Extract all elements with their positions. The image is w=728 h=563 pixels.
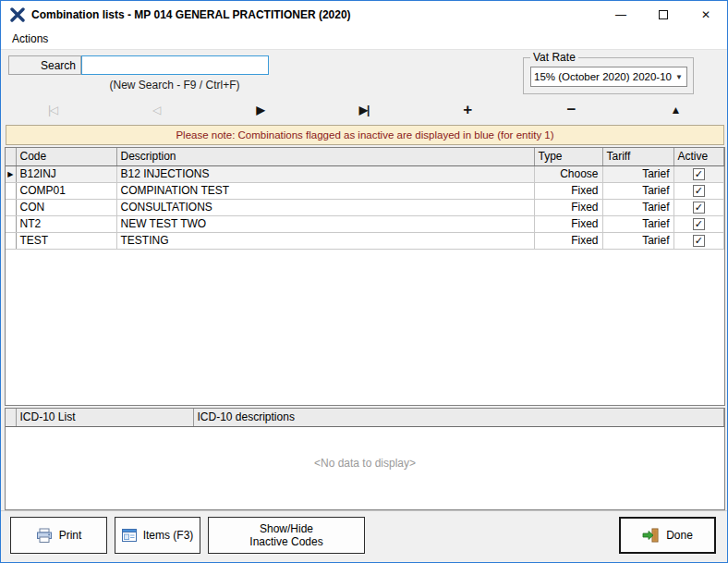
minimize-icon: —: [615, 8, 626, 21]
cell-tariff[interactable]: Tarief: [602, 232, 673, 249]
minimize-button[interactable]: —: [600, 1, 642, 29]
cell-code[interactable]: B12INJ: [16, 165, 116, 182]
nav-prior-button[interactable]: ◁: [104, 97, 208, 123]
nav-first-button[interactable]: |◁: [1, 97, 104, 123]
column-header-icd10-list[interactable]: ICD-10 List: [16, 409, 193, 426]
cell-type[interactable]: Fixed: [534, 232, 602, 249]
cell-active: ✓: [673, 232, 724, 249]
nav-edit-button[interactable]: ▲: [624, 97, 727, 123]
vat-rate-selected-value: 15% (October 2020) 2020-10-: [531, 71, 672, 82]
cell-tariff[interactable]: Tarief: [602, 182, 673, 199]
table-row[interactable]: CON CONSULTATIONS Fixed Tarief ✓: [6, 199, 724, 215]
title-bar: Combination lists - MP 014 GENERAL PRACT…: [1, 1, 727, 29]
active-checkbox[interactable]: ✓: [693, 185, 705, 197]
cell-code[interactable]: NT2: [16, 215, 116, 232]
column-header-code[interactable]: Code: [16, 148, 116, 165]
show-hide-label-line1: Show/Hide: [260, 522, 313, 535]
cell-description[interactable]: B12 INJECTIONS: [116, 165, 534, 182]
column-header-active[interactable]: Active: [673, 148, 724, 165]
cell-active: ✓: [673, 165, 724, 182]
menu-bar: Actions: [1, 29, 727, 50]
items-button-label: Items (F3): [143, 529, 194, 542]
icd10-header-row: ICD-10 List ICD-10 descriptions: [6, 409, 724, 426]
done-button[interactable]: Done: [619, 517, 716, 554]
edit-record-icon: ▲: [670, 104, 680, 116]
inactive-notice-banner: Please note: Combinations flagged as ina…: [6, 125, 724, 145]
cell-type[interactable]: Choose: [534, 165, 602, 182]
nav-last-button[interactable]: ▶|: [312, 97, 416, 123]
cell-code[interactable]: TEST: [16, 232, 116, 249]
search-input[interactable]: [81, 55, 269, 75]
cell-code[interactable]: CON: [16, 199, 116, 215]
printer-icon: [36, 528, 53, 544]
indicator-column-header: [6, 148, 16, 165]
close-button[interactable]: ✕: [685, 1, 727, 29]
active-checkbox[interactable]: ✓: [693, 218, 705, 230]
cell-tariff[interactable]: Tarief: [602, 199, 673, 215]
vat-rate-label: Vat Rate: [530, 51, 578, 64]
maximize-button[interactable]: [642, 1, 685, 29]
items-form-icon: [122, 529, 137, 542]
cell-type[interactable]: Fixed: [534, 215, 602, 232]
active-checkbox[interactable]: ✓: [693, 235, 705, 247]
search-label: Search: [8, 55, 81, 75]
cell-tariff[interactable]: Tarief: [602, 215, 673, 232]
cell-description[interactable]: COMPINATION TEST: [116, 182, 534, 199]
cell-active: ✓: [673, 199, 724, 215]
prior-record-icon: ◁: [152, 104, 160, 116]
exit-door-icon: [642, 528, 660, 543]
vat-rate-group: Vat Rate 15% (October 2020) 2020-10- ▼: [523, 57, 694, 94]
grid-header-row: Code Description Type Tariff Active: [6, 148, 724, 165]
nav-insert-button[interactable]: +: [416, 97, 519, 123]
app-icon: [10, 7, 25, 22]
column-header-description[interactable]: Description: [116, 148, 534, 165]
first-record-icon: |◁: [48, 104, 57, 116]
search-panel: Search (New Search - F9 / Ctrl+F) Vat Ra…: [1, 50, 727, 97]
cell-description[interactable]: TESTING: [116, 232, 534, 249]
nav-next-button[interactable]: ▶: [209, 97, 312, 123]
cell-active: ✓: [673, 215, 724, 232]
column-header-type[interactable]: Type: [534, 148, 602, 165]
current-row-indicator-icon: ▶: [6, 165, 16, 182]
maximize-icon: [659, 10, 668, 19]
table-row[interactable]: COMP01 COMPINATION TEST Fixed Tarief ✓: [6, 182, 724, 199]
active-checkbox[interactable]: ✓: [693, 202, 705, 214]
no-data-message: <No data to display>: [6, 457, 724, 470]
vat-rate-dropdown[interactable]: 15% (October 2020) 2020-10- ▼: [530, 67, 687, 87]
print-button-label: Print: [59, 529, 82, 542]
close-icon: ✕: [701, 8, 710, 21]
delete-record-icon: −: [567, 101, 576, 119]
footer-bar: Print Items (F3) Show/Hide Inactive Code…: [1, 510, 727, 562]
combinations-grid: Code Description Type Tariff Active ▶ B1…: [5, 147, 725, 406]
cell-type[interactable]: Fixed: [534, 182, 602, 199]
icd10-grid: ICD-10 List ICD-10 descriptions <No data…: [5, 408, 725, 510]
column-header-tariff[interactable]: Tariff: [602, 148, 673, 165]
record-navigator: |◁ ◁ ▶ ▶| + − ▲: [1, 97, 727, 123]
cell-description[interactable]: NEW TEST TWO: [116, 215, 534, 232]
table-row[interactable]: NT2 NEW TEST TWO Fixed Tarief ✓: [6, 215, 724, 232]
table-row[interactable]: ▶ B12INJ B12 INJECTIONS Choose Tarief ✓: [6, 165, 724, 182]
window-title: Combination lists - MP 014 GENERAL PRACT…: [31, 8, 351, 21]
chevron-down-icon: ▼: [672, 73, 686, 81]
show-hide-inactive-button[interactable]: Show/Hide Inactive Codes: [208, 517, 365, 554]
items-button[interactable]: Items (F3): [115, 517, 200, 554]
cell-type[interactable]: Fixed: [534, 199, 602, 215]
combination-lists-window: Combination lists - MP 014 GENERAL PRACT…: [0, 0, 728, 563]
cell-description[interactable]: CONSULTATIONS: [116, 199, 534, 215]
table-row[interactable]: TEST TESTING Fixed Tarief ✓: [6, 232, 724, 249]
show-hide-label-line2: Inactive Codes: [249, 535, 322, 548]
cell-active: ✓: [673, 182, 724, 199]
done-button-label: Done: [666, 529, 693, 542]
column-header-icd10-descriptions[interactable]: ICD-10 descriptions: [193, 409, 724, 426]
last-record-icon: ▶|: [359, 104, 370, 116]
active-checkbox[interactable]: ✓: [693, 168, 705, 180]
insert-record-icon: +: [463, 101, 472, 119]
nav-delete-button[interactable]: −: [519, 97, 623, 123]
cell-tariff[interactable]: Tarief: [602, 165, 673, 182]
search-hint: (New Search - F9 / Ctrl+F): [56, 79, 293, 92]
next-record-icon: ▶: [257, 104, 264, 116]
menu-actions[interactable]: Actions: [6, 32, 55, 45]
print-button[interactable]: Print: [10, 517, 107, 554]
cell-code[interactable]: COMP01: [16, 182, 116, 199]
